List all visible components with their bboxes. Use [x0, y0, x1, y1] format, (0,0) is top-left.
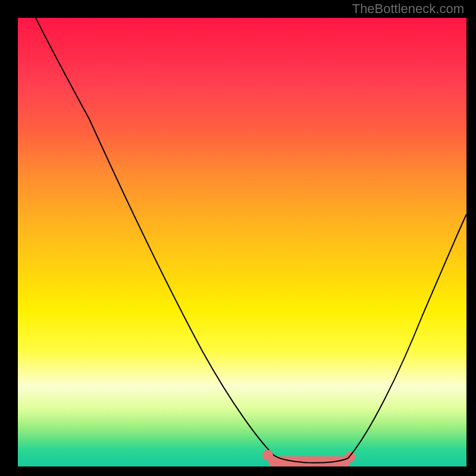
watermark-text: TheBottleneck.com	[352, 1, 464, 17]
plot-area	[18, 18, 466, 466]
chart-svg	[18, 18, 466, 466]
optimal-dot-left	[262, 450, 273, 461]
bottleneck-curve-left	[36, 18, 274, 455]
bottleneck-curve-right	[348, 214, 466, 458]
